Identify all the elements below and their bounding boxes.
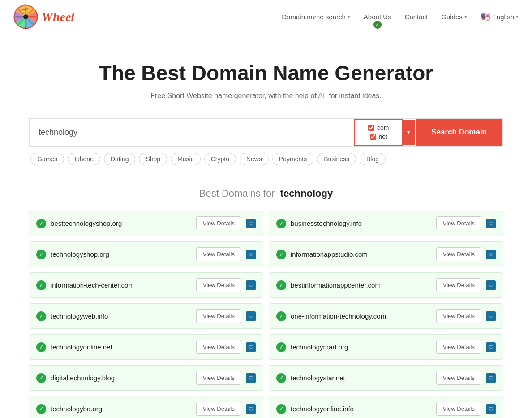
tld-net-option[interactable]: net — [370, 132, 387, 141]
shield-icon: 🛡 — [246, 280, 256, 290]
nav-guides[interactable]: Guides ▾ — [441, 13, 467, 21]
view-details-button[interactable]: View Details — [196, 247, 241, 261]
nav-language[interactable]: 🇺🇸 English ▾ — [481, 12, 519, 22]
shield-icon: 🛡 — [246, 250, 256, 259]
tld-com-checkbox[interactable] — [368, 125, 374, 131]
domain-name: information-tech-center.com — [51, 281, 192, 289]
nav-contact[interactable]: Contact — [405, 13, 428, 21]
domain-card: ✓ technologyonline.net View Details 🛡 — [29, 334, 263, 360]
view-details-button[interactable]: View Details — [196, 278, 241, 292]
search-domain-button[interactable]: Search Domain — [416, 119, 502, 146]
tag-news[interactable]: News — [240, 153, 269, 165]
domain-card: ✓ technologymart.org View Details 🛡 — [269, 334, 503, 360]
view-details-button[interactable]: View Details — [196, 402, 241, 416]
tld-selector: com net ▼ — [354, 119, 403, 146]
ai-link[interactable]: AI — [318, 92, 325, 99]
domain-card: ✓ one-information-technology.com View De… — [269, 303, 503, 329]
available-icon: ✓ — [36, 311, 46, 321]
shield-icon: 🛡 — [246, 342, 256, 352]
view-details-button[interactable]: View Details — [196, 216, 241, 230]
view-details-button[interactable]: View Details — [436, 309, 481, 323]
shield-icon: 🛡 — [486, 342, 496, 352]
view-details-button[interactable]: View Details — [436, 216, 481, 230]
logo[interactable]: DOMAIN Wheel — [13, 4, 74, 29]
tag-dating[interactable]: Dating — [104, 153, 135, 165]
available-icon: ✓ — [276, 311, 286, 321]
available-icon: ✓ — [36, 373, 46, 383]
available-icon: ✓ — [36, 280, 46, 290]
tags-container: GamesIphoneDatingShopMusicCryptoNewsPaym… — [29, 153, 503, 165]
tld-com-option[interactable]: com — [368, 123, 389, 132]
domain-name: technologyonline.info — [291, 405, 432, 413]
view-details-button[interactable]: View Details — [196, 309, 241, 323]
domain-name: technologyweb.info — [51, 312, 192, 320]
view-details-button[interactable]: View Details — [436, 402, 481, 416]
flag-icon: 🇺🇸 — [481, 12, 490, 22]
tag-iphone[interactable]: Iphone — [68, 153, 100, 165]
shield-icon: 🛡 — [486, 219, 496, 228]
search-bar: com net ▼ Search Domain — [29, 118, 503, 147]
available-icon: ✓ — [36, 342, 46, 352]
shield-icon: 🛡 — [486, 311, 496, 321]
shield-icon: 🛡 — [486, 250, 496, 259]
tag-blog[interactable]: Blog — [360, 153, 386, 165]
tag-crypto[interactable]: Crypto — [204, 153, 236, 165]
domain-card: ✓ businesstechnology.info View Details 🛡 — [269, 211, 503, 236]
domain-name: technologybd.org — [51, 405, 192, 413]
domain-card: ✓ technologyweb.info View Details 🛡 — [29, 303, 263, 329]
domain-card: ✓ technologyonline.info View Details 🛡 — [269, 396, 503, 418]
hero-subtitle: Free Short Website name generator, with … — [9, 92, 523, 100]
logo-text: Wheel — [42, 10, 74, 24]
available-icon: ✓ — [276, 219, 286, 228]
shield-icon: 🛡 — [246, 311, 256, 321]
shield-icon: 🛡 — [246, 219, 256, 228]
tag-payments[interactable]: Payments — [272, 153, 313, 165]
results-keyword: technology — [280, 188, 333, 199]
view-details-button[interactable]: View Details — [436, 340, 481, 354]
tag-music[interactable]: Music — [171, 153, 201, 165]
domain-name: technologystar.net — [291, 374, 432, 382]
domain-name: technologymart.org — [291, 343, 432, 351]
available-icon: ✓ — [276, 373, 286, 383]
domain-name: bestinformationappcenter.com — [291, 281, 432, 289]
results-grid: ✓ besttechnologyshop.org View Details 🛡 … — [29, 211, 503, 418]
view-details-button[interactable]: View Details — [196, 340, 241, 354]
chevron-down-icon-guides: ▾ — [464, 14, 467, 20]
logo-wheel-icon: DOMAIN — [13, 4, 38, 29]
results-section: Best Domains for technology ✓ besttechno… — [15, 179, 517, 418]
domain-card: ✓ information-tech-center.com View Detai… — [29, 272, 263, 298]
shield-icon: 🛡 — [486, 280, 496, 290]
view-details-button[interactable]: View Details — [436, 278, 481, 292]
tag-shop[interactable]: Shop — [139, 153, 167, 165]
tld-net-checkbox[interactable] — [370, 134, 376, 140]
domain-name: informationappstudio.com — [291, 250, 432, 258]
domain-card: ✓ bestinformationappcenter.com View Deta… — [269, 272, 503, 298]
tag-games[interactable]: Games — [30, 153, 64, 165]
shield-icon: 🛡 — [246, 404, 256, 414]
available-icon: ✓ — [276, 280, 286, 290]
domain-name: technologyshop.org — [51, 250, 192, 258]
available-icon: ✓ — [36, 219, 46, 228]
shield-icon: 🛡 — [246, 373, 256, 383]
nav-about-us[interactable]: About Us — [364, 13, 391, 21]
domain-name: besttechnologyshop.org — [51, 220, 192, 227]
results-title: Best Domains for technology — [29, 188, 503, 199]
tag-business[interactable]: Business — [317, 153, 356, 165]
shield-icon: 🛡 — [486, 404, 496, 414]
available-icon: ✓ — [36, 250, 46, 259]
domain-name: businesstechnology.info — [291, 220, 432, 227]
search-section: com net ▼ Search Domain GamesIphoneDatin… — [15, 118, 517, 179]
domain-name: one-information-technology.com — [291, 312, 432, 320]
tld-dropdown-button[interactable]: ▼ — [402, 120, 415, 145]
domain-name: technologyonline.net — [51, 343, 192, 351]
view-details-button[interactable]: View Details — [436, 247, 481, 261]
shield-icon: 🛡 — [486, 373, 496, 383]
domain-card: ✓ technologyshop.org View Details 🛡 — [29, 241, 263, 267]
domain-card: ✓ informationappstudio.com View Details … — [269, 241, 503, 267]
domain-card: ✓ digitaltechnology.blog View Details 🛡 — [29, 365, 263, 391]
nav-domain-search[interactable]: Domain name search ▾ — [282, 13, 350, 21]
domain-card: ✓ besttechnologyshop.org View Details 🛡 — [29, 211, 263, 236]
view-details-button[interactable]: View Details — [196, 371, 241, 385]
view-details-button[interactable]: View Details — [436, 371, 481, 385]
search-input[interactable] — [30, 119, 354, 146]
